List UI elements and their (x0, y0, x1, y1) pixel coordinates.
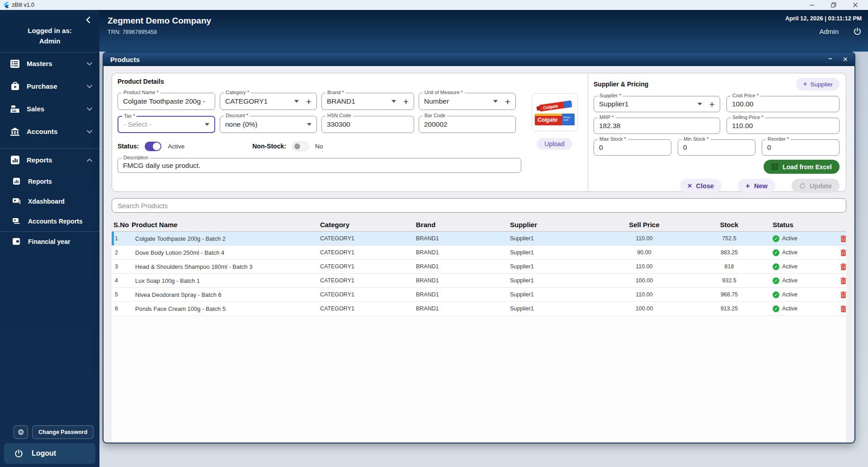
flutter-logo-icon (3, 2, 9, 8)
svg-text:Colgate: Colgate (538, 117, 557, 123)
sidebar-item-accounts[interactable]: Accounts (0, 120, 99, 143)
tax-select[interactable]: Tax * - Select - (118, 116, 215, 133)
active-check-icon: ✓ (773, 263, 779, 270)
sidebar-subitem-reports[interactable]: Reports (0, 172, 99, 191)
table-row[interactable]: 5 Nivea Deodorant Spray - Batch 6 CATEGO… (112, 288, 846, 302)
sidebar-subitem-financial-year[interactable]: Financial year (0, 232, 99, 252)
update-button[interactable]: Update (792, 179, 840, 193)
close-x-icon: × (688, 182, 692, 190)
bar-code-field[interactable]: Bar Code 200002 (419, 116, 516, 133)
add-uom-button[interactable]: + (505, 97, 510, 106)
col-stock: Stock (686, 221, 771, 229)
new-button[interactable]: +New (738, 179, 775, 193)
window-close-icon[interactable] (853, 2, 858, 8)
screen: zBill v1.0 Logged in as: Admin Masters P… (0, 0, 868, 467)
close-button[interactable]: ×Close (680, 179, 722, 193)
change-password-button[interactable]: Change Password (32, 425, 94, 439)
product-image: Colgate Colgate Strong teeth (532, 93, 578, 131)
hsn-code-field[interactable]: HSN Code 330300 (321, 116, 414, 133)
trash-icon (840, 263, 846, 271)
delete-row-button[interactable] (839, 263, 846, 271)
table-row[interactable]: 3 Head & Shoulders Shampoo 180ml - Batch… (112, 260, 846, 274)
non-stock-toggle[interactable] (292, 142, 309, 151)
status-toggle[interactable] (145, 142, 161, 151)
sidebar-subitem-xdashboard[interactable]: Xdashboard (0, 191, 99, 211)
sidebar-collapse-icon[interactable] (86, 16, 90, 24)
active-check-icon: ✓ (773, 291, 779, 298)
logged-in-user: Admin (0, 36, 99, 46)
table-row[interactable]: 6 Ponds Face Cream 100g - Batch 5 CATEGO… (112, 302, 846, 316)
reports-chart-icon (10, 156, 20, 164)
svg-text:teeth: teeth (563, 119, 568, 121)
delete-row-button[interactable] (839, 277, 846, 285)
os-titlebar: zBill v1.0 (0, 0, 868, 10)
window-minimize-icon[interactable] (809, 2, 815, 8)
sidebar-item-label: Sales (27, 105, 44, 113)
chevron-down-icon (87, 107, 92, 111)
sidebar-item-masters[interactable]: Masters (0, 52, 99, 75)
reports-chart-icon (12, 178, 20, 185)
window-restore-icon[interactable] (831, 2, 836, 8)
logout-button[interactable]: Logout (4, 443, 95, 464)
company-trn: TRN: 78967895458 (108, 29, 211, 35)
search-products-input[interactable] (112, 198, 846, 213)
sidebar-item-purchase[interactable]: Purchase (0, 75, 99, 98)
sidebar-item-reports[interactable]: Reports (0, 149, 99, 172)
supplier-pricing-heading: Supplier & Pricing (594, 81, 648, 88)
table-row[interactable]: 4 Lux Soap 100g - Batch 1 CATEGORY1 BRAN… (112, 274, 846, 288)
settings-button[interactable]: ⚙ (14, 425, 28, 439)
delete-row-button[interactable] (839, 305, 846, 313)
delete-row-button[interactable] (839, 249, 846, 257)
modal-close-icon[interactable]: × (843, 55, 848, 63)
reorder-field[interactable]: Reorder * 0 (762, 139, 840, 156)
status-value: Active (168, 143, 184, 150)
product-form-card: Product Details Product Name * Colgate T… (112, 73, 846, 192)
datetime-display: April 12, 2026 | 03:11:12 PM (785, 15, 862, 22)
add-supplier-button[interactable]: +Supplier (796, 78, 840, 91)
trash-icon (840, 277, 846, 285)
power-icon (14, 449, 24, 458)
status-label: Status: (118, 143, 139, 150)
col-product-name: Product Name (131, 221, 318, 229)
purchase-bag-icon (10, 82, 20, 91)
brand-select[interactable]: Brand * BRAND1 + (321, 93, 414, 110)
accounts-bank-icon (10, 128, 20, 136)
mrp-field[interactable]: MRP * 182.38 (594, 118, 720, 134)
unit-of-measure-select[interactable]: Unit of Measure * Number + (419, 93, 516, 110)
add-brand-button[interactable]: + (403, 97, 409, 106)
delete-row-button[interactable] (839, 235, 846, 243)
table-row[interactable]: 2 Dove Body Lotion 250ml - Batch 4 CATEG… (112, 246, 846, 260)
sidebar-item-label: Purchase (27, 82, 57, 90)
load-from-excel-button[interactable]: Load from Excel (764, 160, 840, 174)
cost-price-field[interactable]: Cost Price * 100.00 (726, 96, 840, 112)
supplier-select[interactable]: Supplier * Supplier1 + (594, 96, 720, 112)
discount-select[interactable]: Discount * none (0%) (220, 116, 317, 133)
min-stock-field[interactable]: Min Stock * 0 (678, 139, 755, 156)
table-row[interactable]: 1 Colgate Toothpaste 200g - Batch 2 CATE… (112, 232, 846, 246)
chevron-down-icon (87, 85, 92, 88)
description-field[interactable]: Description FMCG daily use product. (118, 158, 521, 173)
col-supplier: Supplier (508, 221, 601, 229)
max-stock-field[interactable]: Max Stock * 0 (594, 139, 671, 156)
sidebar-subitem-accounts-reports[interactable]: Accounts Reports (0, 211, 99, 231)
product-name-field[interactable]: Product Name * Colgate Toothpaste 200g - (118, 93, 215, 110)
add-supplier-inline-button[interactable]: + (709, 100, 715, 109)
upload-button[interactable]: Upload (537, 138, 572, 150)
add-category-button[interactable]: + (306, 97, 311, 106)
status-cell: ✓ Active (771, 291, 839, 298)
modal-minimize-icon[interactable]: – (828, 55, 832, 62)
header-user: Admin (819, 28, 839, 35)
logged-in-block: Logged in as: Admin (0, 25, 99, 47)
power-icon[interactable] (853, 27, 862, 36)
selling-price-field[interactable]: Selling Price * 110.00 (726, 118, 840, 134)
active-check-icon: ✓ (773, 305, 779, 312)
status-cell: ✓ Active (771, 305, 839, 312)
cards-stack-icon (12, 218, 20, 224)
sidebar-item-sales[interactable]: Sales (0, 98, 99, 120)
status-cell: ✓ Active (771, 263, 839, 270)
category-select[interactable]: Category * CATEGORY1 + (220, 93, 317, 110)
masters-list-icon (10, 60, 20, 68)
delete-row-button[interactable] (839, 291, 846, 299)
table-header: S.No Product Name Category Brand Supplie… (112, 218, 846, 232)
modal-titlebar[interactable]: Products – × (104, 52, 854, 66)
